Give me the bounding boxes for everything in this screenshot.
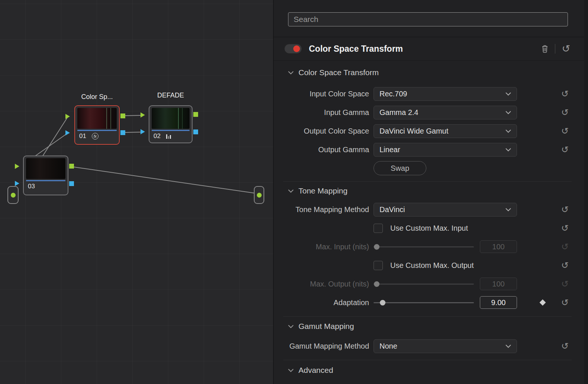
row-input-gamma: Input Gamma Gamma 2.4 ↺ <box>274 103 588 122</box>
gamut-mapping-method-label: Gamut Mapping Method <box>277 342 369 351</box>
section-gamut-mapping[interactable]: Gamut Mapping <box>274 317 588 336</box>
reset-icon: ↺ <box>561 242 569 251</box>
node-02-number: 02 <box>154 132 161 140</box>
davinci-resolve-window: Color Sp... DEFADE 01 fx 02 <box>0 0 588 384</box>
bypass-toggle[interactable] <box>284 44 302 54</box>
output-color-space-label: Output Color Space <box>277 127 369 135</box>
chevron-down-icon <box>505 345 511 348</box>
node-01-thumbnail <box>77 108 117 129</box>
source-node[interactable] <box>7 186 19 204</box>
section-advanced[interactable]: Advanced <box>274 360 588 380</box>
node-01-rgb-input[interactable] <box>65 114 70 119</box>
reset-icon[interactable]: ↺ <box>561 224 569 233</box>
plugin-reset-icon[interactable]: ↺ <box>562 44 570 54</box>
toggle-red-dot <box>293 45 300 52</box>
chevron-down-icon <box>288 71 294 74</box>
section-title: Color Space Transform <box>298 68 379 77</box>
node-02-rgb-output[interactable] <box>193 112 198 117</box>
openfx-inspector: Color Space Transform ↺ Color Space Tran… <box>274 0 588 384</box>
reset-icon[interactable]: ↺ <box>561 298 569 307</box>
node-03-rgb-input[interactable] <box>15 164 19 169</box>
max-input-label: Max. Input (nits) <box>277 243 369 251</box>
node-02-rgb-input[interactable] <box>140 112 145 118</box>
row-output-color-space: Output Color Space DaVinci Wide Gamut ↺ <box>274 122 588 140</box>
reset-icon[interactable]: ↺ <box>561 127 569 135</box>
output-color-space-dropdown[interactable]: DaVinci Wide Gamut <box>374 124 517 138</box>
node-02-thumbnail <box>152 108 190 129</box>
input-color-space-label: Input Color Space <box>277 90 369 98</box>
adaptation-value[interactable]: 9.00 <box>480 296 517 309</box>
output-gamma-dropdown[interactable]: Linear <box>374 143 517 157</box>
dropdown-value: Rec.709 <box>379 90 407 98</box>
section-color-space-transform[interactable]: Color Space Transform <box>274 61 588 84</box>
output-node-dot <box>257 193 262 198</box>
chevron-down-icon <box>505 111 511 114</box>
chevron-down-icon <box>288 325 294 328</box>
row-max-input: Max. Input (nits) 100 ↺ <box>274 237 588 256</box>
reset-icon[interactable]: ↺ <box>561 205 569 214</box>
adaptation-label: Adaptation <box>277 298 369 307</box>
use-custom-max-output-checkbox[interactable] <box>374 261 383 270</box>
reset-icon[interactable]: ↺ <box>561 261 569 270</box>
swap-button[interactable]: Swap <box>374 161 426 175</box>
node-01-number: 01 <box>79 132 86 140</box>
node-02-caption: DEFADE <box>149 92 193 99</box>
row-use-custom-max-input: Use Custom Max. Input ↺ <box>274 219 588 237</box>
max-input-slider[interactable] <box>374 244 474 250</box>
reset-icon[interactable]: ↺ <box>561 145 569 154</box>
chevron-down-icon <box>505 208 511 211</box>
output-node[interactable] <box>254 186 264 204</box>
node-01-key-input[interactable] <box>65 130 70 135</box>
node-03-key-input[interactable] <box>15 181 19 186</box>
chevron-down-icon <box>288 369 294 372</box>
row-gamut-mapping-method: Gamut Mapping Method None ↺ <box>274 336 588 356</box>
max-input-value[interactable]: 100 <box>480 240 517 253</box>
output-gamma-label: Output Gamma <box>277 145 369 154</box>
header-divider <box>555 44 555 54</box>
input-color-space-dropdown[interactable]: Rec.709 <box>374 87 517 101</box>
checkbox-label: Use Custom Max. Output <box>390 261 474 270</box>
node-03[interactable]: 03 <box>23 156 68 195</box>
row-tone-mapping-method: Tone Mapping Method DaVinci ↺ <box>274 200 588 219</box>
trash-icon[interactable] <box>541 45 549 53</box>
node-02-key-input[interactable] <box>140 129 145 134</box>
reset-icon[interactable]: ↺ <box>561 108 569 117</box>
tone-mapping-method-dropdown[interactable]: DaVinci <box>374 203 517 217</box>
reset-icon[interactable]: ↺ <box>561 342 569 351</box>
source-node-dot <box>11 193 16 198</box>
histogram-icon <box>166 134 171 139</box>
gamut-mapping-method-dropdown[interactable]: None <box>374 339 517 353</box>
input-gamma-dropdown[interactable]: Gamma 2.4 <box>374 106 517 119</box>
node-01-rgb-output[interactable] <box>120 113 125 118</box>
row-adaptation: Adaptation 9.00 ↺ <box>274 293 588 312</box>
row-use-custom-max-output: Use Custom Max. Output ↺ <box>274 256 588 275</box>
input-gamma-label: Input Gamma <box>277 108 369 117</box>
section-tone-mapping[interactable]: Tone Mapping <box>274 182 588 200</box>
node-graph-canvas[interactable]: Color Sp... DEFADE 01 fx 02 <box>0 0 273 384</box>
node-03-thumbnail <box>26 158 65 179</box>
section-title: Gamut Mapping <box>298 322 354 331</box>
row-swap: Swap <box>274 159 588 177</box>
use-custom-max-input-checkbox[interactable] <box>374 224 383 233</box>
node-02[interactable]: 02 <box>149 105 193 143</box>
max-output-value[interactable]: 100 <box>480 278 517 290</box>
reset-icon[interactable]: ↺ <box>561 89 569 98</box>
row-output-gamma: Output Gamma Linear ↺ <box>274 140 588 159</box>
adaptation-slider[interactable] <box>374 300 474 306</box>
node-01[interactable]: 01 fx <box>74 105 120 145</box>
dropdown-value: DaVinci <box>379 205 405 214</box>
max-output-slider[interactable] <box>374 281 474 287</box>
keyframe-icon[interactable] <box>540 300 546 306</box>
node-03-rgb-output[interactable] <box>69 164 74 169</box>
chevron-down-icon <box>288 189 294 193</box>
node-03-key-output[interactable] <box>69 181 74 186</box>
node-01-key-output[interactable] <box>120 130 125 135</box>
search-input[interactable] <box>288 12 568 26</box>
row-input-color-space: Input Color Space Rec.709 ↺ <box>274 84 588 103</box>
node-02-key-output[interactable] <box>193 129 198 134</box>
section-title: Advanced <box>298 366 333 375</box>
dropdown-value: None <box>379 342 397 351</box>
panel-scrollbar[interactable] <box>584 0 588 384</box>
dropdown-value: Linear <box>379 145 400 154</box>
row-max-output: Max. Output (nits) 100 ↺ <box>274 275 588 293</box>
